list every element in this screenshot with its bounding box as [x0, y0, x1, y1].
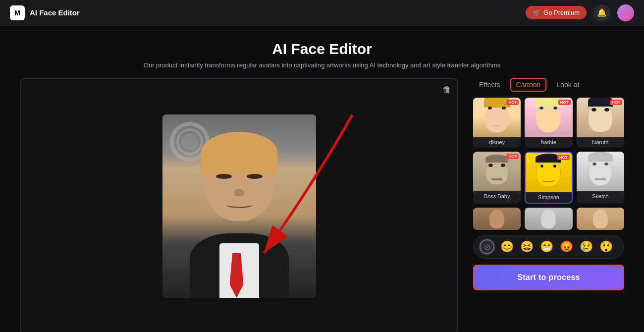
filter-laugh-button[interactable]: 😆	[518, 238, 535, 255]
style-label-naruto: Naruto	[577, 137, 624, 148]
header: M AI Face Editor 🛒 Go Premium 🔔	[0, 0, 644, 26]
filter-none-button[interactable]: ⊘	[479, 238, 495, 255]
style-label-bossbaby: Boss Baby	[473, 191, 521, 202]
notification-button[interactable]: 🔔	[593, 4, 610, 21]
hot-badge-disney: HOT	[506, 100, 519, 105]
tab-look-at[interactable]: Look at	[550, 78, 585, 92]
hero-title: AI Face Editor	[10, 41, 634, 57]
style-sketch[interactable]: Sketch	[577, 152, 624, 204]
tab-cartoon[interactable]: Cartoon	[510, 78, 547, 92]
style-label-disney: disney	[473, 137, 521, 148]
style-grid-row2: HOT Boss Baby	[473, 152, 624, 204]
filter-surprised-button[interactable]: 😲	[597, 238, 614, 255]
style-label-simpson: Simpson	[526, 192, 571, 203]
user-avatar-button[interactable]	[617, 4, 634, 21]
style-label-sketch: Sketch	[577, 191, 624, 202]
style-barbie[interactable]: HOT barbie	[525, 98, 572, 148]
bell-icon: 🔔	[597, 8, 607, 17]
hero-section: AI Face Editor Our product instantly tra…	[0, 26, 644, 78]
hot-badge-naruto: HOT	[610, 100, 622, 105]
main-content: 🗑	[0, 78, 644, 332]
partial-card-2[interactable]	[525, 208, 572, 230]
style-naruto[interactable]: HOT Naruto	[577, 98, 624, 148]
filter-sad-button[interactable]: 😢	[578, 238, 594, 255]
header-left: M AI Face Editor	[10, 5, 80, 20]
logo-icon: M	[10, 5, 25, 20]
image-upload-panel[interactable]: 🗑	[20, 78, 458, 332]
delete-image-button[interactable]: 🗑	[442, 85, 451, 95]
partial-style-row	[473, 208, 624, 230]
right-panel: Effects Cartoon Look at H	[473, 78, 624, 332]
style-simpson[interactable]: HOT Simpson	[525, 152, 572, 204]
hero-subtitle: Our product instantly transforms regular…	[10, 61, 634, 69]
tab-effects[interactable]: Effects	[473, 78, 506, 92]
style-grid-row1: HOT disney HOT barbie	[473, 98, 624, 148]
cart-icon: 🛒	[533, 9, 540, 16]
style-disney[interactable]: HOT disney	[473, 98, 521, 148]
style-label-barbie: barbie	[525, 137, 572, 148]
start-process-button[interactable]: Start to process	[473, 265, 624, 290]
style-bossbaby[interactable]: HOT Boss Baby	[473, 152, 521, 204]
app-title: AI Face Editor	[30, 8, 80, 17]
header-right: 🛒 Go Premium 🔔	[526, 4, 634, 21]
premium-button[interactable]: 🛒 Go Premium	[526, 6, 587, 19]
partial-card-3[interactable]	[577, 208, 624, 230]
emoji-filter-row: ⊘ 😊 😆 😁 😡 😢 😲	[473, 235, 624, 259]
partial-card-1[interactable]	[473, 208, 521, 230]
hot-badge-bossbaby: HOT	[506, 154, 519, 159]
filter-angry-button[interactable]: 😡	[558, 238, 575, 255]
trash-icon: 🗑	[442, 85, 451, 95]
filter-grin-button[interactable]: 😁	[538, 238, 555, 255]
filter-smile-button[interactable]: 😊	[498, 238, 515, 255]
hot-badge-barbie: HOT	[558, 100, 571, 105]
hot-badge-simpson: HOT	[557, 155, 570, 160]
uploaded-image	[162, 114, 316, 298]
style-tabs: Effects Cartoon Look at	[473, 78, 624, 92]
